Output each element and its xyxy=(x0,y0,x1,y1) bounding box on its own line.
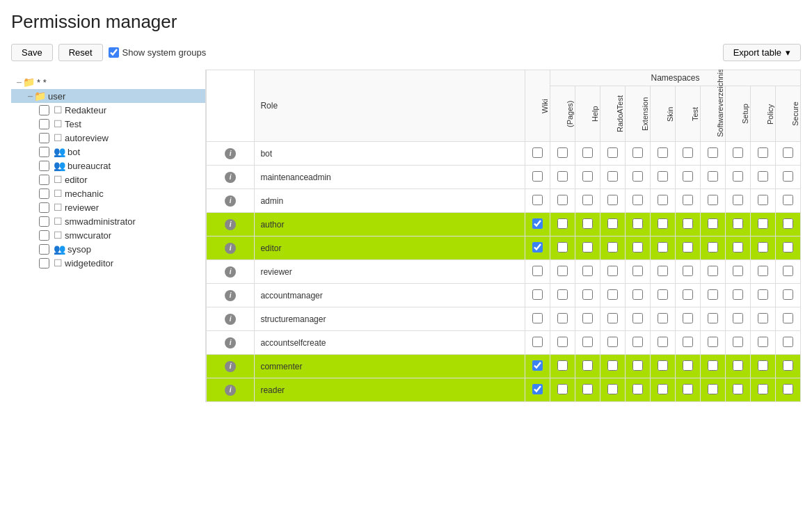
sidebar-checkbox-test[interactable] xyxy=(39,119,49,129)
info-cell-structuremanager[interactable]: i xyxy=(207,307,255,331)
wiki-check-accountselfcreate[interactable] xyxy=(525,331,550,355)
ns-check-bot-9[interactable] xyxy=(776,142,801,166)
ns-checkbox-maintenanceadmin-5[interactable] xyxy=(683,171,693,182)
ns-check-bot-8[interactable] xyxy=(751,142,776,166)
ns-checkbox-admin-3[interactable] xyxy=(632,195,643,205)
ns-checkbox-commenter-0[interactable] xyxy=(557,360,568,371)
ns-check-structuremanager-0[interactable] xyxy=(550,307,575,331)
ns-check-accountselfcreate-3[interactable] xyxy=(626,331,651,355)
wiki-check-reader[interactable] xyxy=(525,378,550,402)
ns-check-admin-6[interactable] xyxy=(701,189,726,213)
ns-check-author-6[interactable] xyxy=(701,213,726,237)
ns-checkbox-reviewer-0[interactable] xyxy=(557,266,568,276)
ns-checkbox-editor-2[interactable] xyxy=(607,242,618,252)
wiki-checkbox-reader[interactable] xyxy=(532,384,543,394)
info-icon-structuremanager[interactable]: i xyxy=(225,314,236,325)
ns-check-maintenanceadmin-1[interactable] xyxy=(575,166,600,189)
info-cell-author[interactable]: i xyxy=(207,213,255,237)
ns-check-reviewer-5[interactable] xyxy=(676,260,701,284)
wiki-check-structuremanager[interactable] xyxy=(525,307,550,331)
sidebar-checkbox-widgeteditor[interactable] xyxy=(39,258,49,268)
ns-check-bot-5[interactable] xyxy=(676,142,701,166)
ns-checkbox-commenter-3[interactable] xyxy=(632,360,643,371)
ns-check-commenter-3[interactable] xyxy=(626,355,651,378)
info-cell-commenter[interactable]: i xyxy=(207,355,255,378)
info-icon-accountselfcreate[interactable]: i xyxy=(225,337,236,348)
ns-check-accountselfcreate-2[interactable] xyxy=(600,331,626,355)
ns-checkbox-reader-5[interactable] xyxy=(683,384,693,394)
ns-check-author-7[interactable] xyxy=(726,213,751,237)
ns-check-structuremanager-6[interactable] xyxy=(701,307,726,331)
ns-check-commenter-0[interactable] xyxy=(550,355,575,378)
ns-checkbox-commenter-7[interactable] xyxy=(733,360,743,371)
ns-check-accountmanager-3[interactable] xyxy=(626,284,651,307)
ns-checkbox-admin-6[interactable] xyxy=(708,195,718,205)
sidebar-item-smwcurator[interactable]: ☐smwcurator xyxy=(11,228,205,242)
sidebar-checkbox-smwcurator[interactable] xyxy=(39,230,49,241)
ns-check-reader-2[interactable] xyxy=(600,378,626,402)
ns-checkbox-accountselfcreate-6[interactable] xyxy=(708,337,718,347)
ns-check-accountmanager-8[interactable] xyxy=(751,284,776,307)
sidebar-item-bureaucrat[interactable]: 👥bureaucrat xyxy=(11,159,205,173)
tree-root[interactable]: ─ 📁 * * xyxy=(11,75,205,89)
ns-checkbox-accountmanager-9[interactable] xyxy=(783,289,793,300)
wiki-checkbox-admin[interactable] xyxy=(532,195,543,205)
info-cell-reviewer[interactable]: i xyxy=(207,260,255,284)
wiki-check-admin[interactable] xyxy=(525,189,550,213)
ns-check-maintenanceadmin-3[interactable] xyxy=(626,166,651,189)
ns-checkbox-structuremanager-9[interactable] xyxy=(783,313,793,323)
ns-checkbox-reviewer-1[interactable] xyxy=(582,266,593,276)
ns-checkbox-editor-8[interactable] xyxy=(758,242,768,252)
ns-check-accountselfcreate-4[interactable] xyxy=(651,331,676,355)
ns-check-author-1[interactable] xyxy=(575,213,600,237)
ns-check-editor-6[interactable] xyxy=(701,237,726,260)
ns-checkbox-bot-2[interactable] xyxy=(607,147,618,158)
wiki-checkbox-structuremanager[interactable] xyxy=(532,313,543,323)
ns-checkbox-structuremanager-1[interactable] xyxy=(582,313,593,323)
ns-checkbox-reader-9[interactable] xyxy=(783,384,793,394)
ns-checkbox-reader-4[interactable] xyxy=(658,384,668,394)
ns-check-accountmanager-6[interactable] xyxy=(701,284,726,307)
wiki-check-commenter[interactable] xyxy=(525,355,550,378)
ns-check-reviewer-1[interactable] xyxy=(575,260,600,284)
ns-checkbox-reviewer-5[interactable] xyxy=(683,266,693,276)
ns-check-admin-0[interactable] xyxy=(550,189,575,213)
ns-check-structuremanager-4[interactable] xyxy=(651,307,676,331)
wiki-check-reviewer[interactable] xyxy=(525,260,550,284)
sidebar-checkbox-reviewer[interactable] xyxy=(39,202,49,213)
ns-check-commenter-9[interactable] xyxy=(776,355,801,378)
ns-checkbox-accountselfcreate-5[interactable] xyxy=(683,337,693,347)
ns-checkbox-bot-3[interactable] xyxy=(632,147,643,158)
ns-check-commenter-8[interactable] xyxy=(751,355,776,378)
ns-checkbox-accountselfcreate-8[interactable] xyxy=(758,337,768,347)
ns-checkbox-reviewer-9[interactable] xyxy=(783,266,793,276)
ns-check-structuremanager-5[interactable] xyxy=(676,307,701,331)
ns-checkbox-reader-8[interactable] xyxy=(758,384,768,394)
ns-check-reviewer-6[interactable] xyxy=(701,260,726,284)
ns-check-reviewer-4[interactable] xyxy=(651,260,676,284)
ns-check-structuremanager-7[interactable] xyxy=(726,307,751,331)
ns-check-accountmanager-4[interactable] xyxy=(651,284,676,307)
ns-check-structuremanager-1[interactable] xyxy=(575,307,600,331)
ns-check-structuremanager-2[interactable] xyxy=(600,307,626,331)
ns-check-accountmanager-7[interactable] xyxy=(726,284,751,307)
ns-check-maintenanceadmin-0[interactable] xyxy=(550,166,575,189)
ns-check-editor-1[interactable] xyxy=(575,237,600,260)
ns-checkbox-accountselfcreate-2[interactable] xyxy=(607,337,618,347)
ns-checkbox-reviewer-2[interactable] xyxy=(607,266,618,276)
ns-checkbox-reviewer-7[interactable] xyxy=(733,266,743,276)
ns-check-accountselfcreate-8[interactable] xyxy=(751,331,776,355)
ns-checkbox-accountmanager-0[interactable] xyxy=(557,289,568,300)
sidebar-item-smwadministrator[interactable]: ☐smwadministrator xyxy=(11,214,205,228)
ns-check-accountselfcreate-1[interactable] xyxy=(575,331,600,355)
info-cell-bot[interactable]: i xyxy=(207,142,255,166)
ns-check-structuremanager-8[interactable] xyxy=(751,307,776,331)
ns-check-author-4[interactable] xyxy=(651,213,676,237)
ns-checkbox-accountselfcreate-9[interactable] xyxy=(783,337,793,347)
ns-checkbox-structuremanager-2[interactable] xyxy=(607,313,618,323)
ns-checkbox-bot-8[interactable] xyxy=(758,147,768,158)
ns-checkbox-accountselfcreate-0[interactable] xyxy=(557,337,568,347)
ns-checkbox-maintenanceadmin-7[interactable] xyxy=(733,171,743,182)
ns-check-editor-2[interactable] xyxy=(600,237,626,260)
ns-check-reader-3[interactable] xyxy=(626,378,651,402)
